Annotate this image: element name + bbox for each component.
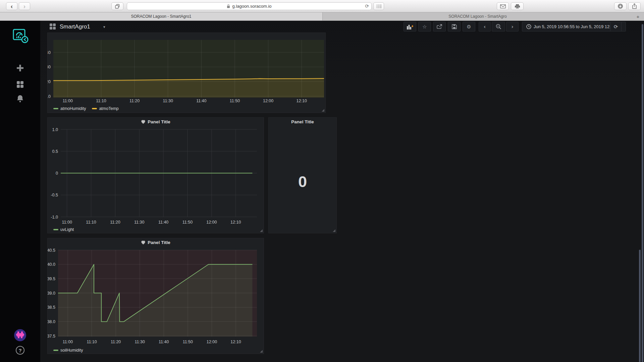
y-tick-label: 39.0 xyxy=(48,291,55,296)
sidebar-item-create[interactable] xyxy=(16,64,24,72)
new-tab-button[interactable]: + xyxy=(634,12,642,20)
x-tick-label: 12:00 xyxy=(207,340,217,344)
print-icon xyxy=(515,4,520,9)
legend-item-uvLight[interactable]: uvLight xyxy=(53,227,74,232)
add-panel-button[interactable] xyxy=(404,22,416,32)
alert-heart-icon xyxy=(141,240,146,245)
chevron-right-icon: › xyxy=(511,24,513,30)
x-tick-label: 11:30 xyxy=(163,99,173,103)
legend-color-dash xyxy=(53,229,58,230)
app-grid-icon xyxy=(376,4,381,8)
panel-resize-handle[interactable] xyxy=(333,229,335,232)
y-tick-label: 38.5 xyxy=(48,305,55,310)
dashboard-scrollbar[interactable] xyxy=(639,250,641,362)
legend-label: uvLight xyxy=(60,227,74,232)
dashboard-picker-button[interactable] xyxy=(50,23,56,31)
chevron-right-icon: › xyxy=(23,3,25,10)
tab-overview-icon xyxy=(115,4,120,9)
panel-title-bar[interactable]: Panel Title xyxy=(48,119,264,124)
address-bar[interactable]: g.lagoon.soracom.io ⟳ xyxy=(127,2,372,10)
y-tick-label: 1.0 xyxy=(52,127,58,132)
legend-color-dash xyxy=(53,108,58,109)
legend-atmo: atmoHumidityatmoTemp xyxy=(53,106,119,111)
panel-title-bar[interactable]: Panel Title xyxy=(269,119,336,124)
x-tick-label: 12:10 xyxy=(297,99,307,103)
x-tick-label: 11:50 xyxy=(183,340,193,344)
tab-title: SORACOM Lagoon - SmartAgro xyxy=(448,14,506,19)
help-icon: ? xyxy=(18,348,21,353)
x-tick-label: 11:00 xyxy=(63,340,73,344)
tab-smartagro[interactable]: SORACOM Lagoon - SmartAgro xyxy=(323,12,632,20)
x-tick-label: 12:10 xyxy=(230,220,241,225)
alert-heart-icon xyxy=(141,120,146,124)
x-tick-label: 11:40 xyxy=(159,340,169,344)
star-dashboard-button[interactable]: ☆ xyxy=(418,22,431,32)
browser-forward-button[interactable]: › xyxy=(19,2,30,10)
reload-icon[interactable]: ⟳ xyxy=(365,3,369,9)
gear-icon: ⚙ xyxy=(467,24,471,30)
chart-uvlight[interactable]: -1.0-0.500.51.011:0011:1011:2011:3011:40… xyxy=(48,127,264,226)
sidebar-item-alerting[interactable] xyxy=(16,95,24,103)
time-range-back-button[interactable]: ‹ xyxy=(479,22,491,32)
soracom-lagoon-logo[interactable] xyxy=(12,28,29,44)
save-dashboard-button[interactable] xyxy=(448,22,461,32)
legend-item-atmoHumidity[interactable]: atmoHumidity xyxy=(53,106,86,111)
plus-icon: + xyxy=(637,14,640,19)
print-button[interactable] xyxy=(511,2,524,10)
zoom-out-icon xyxy=(496,24,501,29)
mail-button[interactable] xyxy=(497,2,509,10)
page-scrollbar[interactable] xyxy=(642,24,643,362)
legend-soilhumidity: soilHumidity xyxy=(53,348,83,353)
zoom-out-time-button[interactable] xyxy=(492,22,505,32)
time-range-forward-button[interactable]: › xyxy=(506,22,519,32)
legend-color-dash xyxy=(92,108,97,109)
plus-icon xyxy=(16,64,24,72)
y-tick-label: 40 xyxy=(48,50,51,55)
user-avatar[interactable] xyxy=(14,329,26,341)
chart-atmo[interactable]: 1020304011:0011:1011:2011:3011:4011:5012… xyxy=(48,33,326,105)
sidebar-item-dashboards[interactable] xyxy=(16,81,24,88)
share-dashboard-button[interactable] xyxy=(433,22,446,32)
panel-resize-handle[interactable] xyxy=(260,229,263,232)
panel-title: Panel Title xyxy=(148,119,170,124)
downloads-button[interactable] xyxy=(614,2,627,10)
panel-title: Panel Title xyxy=(291,119,314,124)
dashboard-settings-button[interactable]: ⚙ xyxy=(463,22,475,32)
refresh-icon: ⟳ xyxy=(614,24,618,30)
x-tick-label: 11:50 xyxy=(230,99,240,103)
help-button[interactable]: ? xyxy=(16,346,24,355)
panel-title-bar[interactable]: Panel Title xyxy=(48,240,264,245)
share-button[interactable] xyxy=(628,2,641,10)
browser-tab-bar: SORACOM Lagoon - SmartAgro1 SORACOM Lago… xyxy=(0,12,644,21)
browser-back-button[interactable]: ‹ xyxy=(6,2,17,10)
y-tick-label: 0.5 xyxy=(52,149,58,154)
x-tick-label: 11:10 xyxy=(86,220,96,225)
panel-uvlight: Panel Title -1.0-0.500.51.011:0011:1011:… xyxy=(47,117,264,233)
legend-item-soilHumidity[interactable]: soilHumidity xyxy=(53,348,83,353)
refresh-button[interactable]: ⟳ xyxy=(610,22,622,32)
y-tick-label: 0 xyxy=(56,171,58,176)
legend-item-atmoTemp[interactable]: atmoTemp xyxy=(92,106,118,111)
series-fill-atmoTemp xyxy=(53,78,324,98)
legend-label: atmoTemp xyxy=(99,106,118,111)
tab-title: SORACOM Lagoon - SmartAgro1 xyxy=(131,14,191,19)
dashboard-title[interactable]: SmartAgro1 xyxy=(60,21,90,33)
y-tick-label: 39.5 xyxy=(48,277,55,281)
panel-resize-handle[interactable] xyxy=(322,109,324,112)
tab-smartagro1[interactable]: SORACOM Lagoon - SmartAgro1 xyxy=(0,12,323,20)
x-tick-label: 11:30 xyxy=(135,340,145,344)
screen: ‹ › g.lagoon.soracom.io ⟳ xyxy=(0,0,644,362)
tab-overview-button[interactable] xyxy=(111,2,123,10)
x-tick-label: 11:00 xyxy=(62,220,72,225)
legend-color-dash xyxy=(53,350,58,351)
grafana-sidebar: ? xyxy=(0,21,40,362)
chart-soilhumidity[interactable]: 37.538.038.539.039.540.040.511:0011:1011… xyxy=(48,248,264,347)
panel-stat: Panel Title 0 xyxy=(268,117,337,233)
legend-label: atmoHumidity xyxy=(60,106,86,111)
caret-down-icon[interactable]: ▾ xyxy=(103,21,105,33)
app-grid-button[interactable] xyxy=(373,2,384,10)
stat-value: 0 xyxy=(269,172,336,191)
soracom-lagoon-logo-icon xyxy=(12,28,29,44)
x-tick-label: 12:10 xyxy=(230,340,241,344)
panel-resize-handle[interactable] xyxy=(260,350,263,353)
